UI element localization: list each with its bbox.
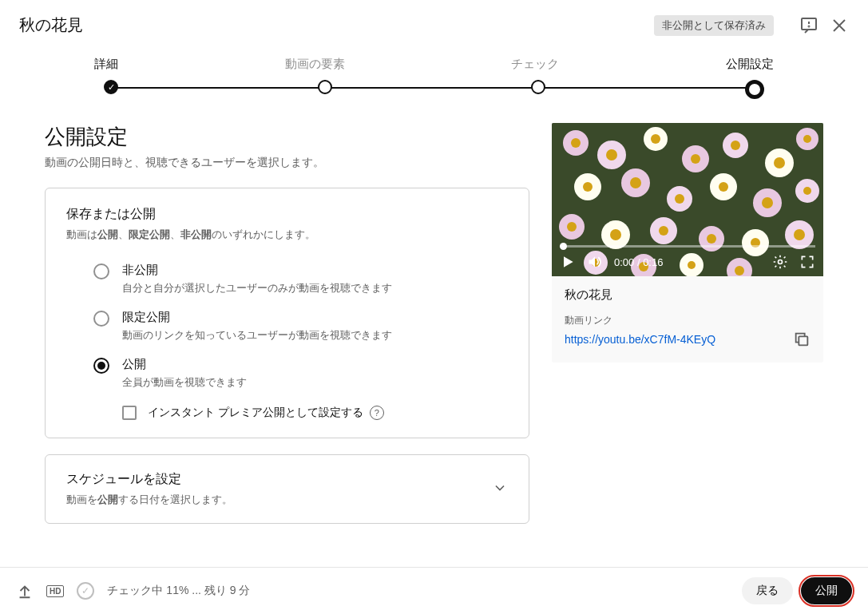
svg-point-35	[610, 229, 621, 240]
step-dot-visibility[interactable]	[745, 80, 764, 99]
instant-premiere-checkbox[interactable]	[122, 406, 137, 420]
help-icon[interactable]: ?	[370, 406, 384, 420]
svg-point-17	[774, 157, 785, 168]
radio-icon	[93, 358, 109, 374]
save-or-publish-card: 保存または公開 動画は公開、限定公開、非公開のいずれかにします。 非公開 自分と…	[45, 188, 529, 438]
radio-icon	[93, 311, 109, 327]
svg-point-7	[571, 138, 581, 148]
preview-info: 秋の花見 動画リンク https://youtu.be/xC7fM-4KEyQ	[552, 276, 823, 362]
schedule-title: スケジュールを設定	[66, 471, 232, 488]
back-button[interactable]: 戻る	[742, 577, 793, 604]
svg-point-9	[606, 149, 617, 160]
svg-point-43	[794, 229, 805, 240]
svg-point-33	[567, 222, 577, 232]
settings-icon[interactable]	[772, 254, 788, 270]
page-title: 公開設定	[45, 123, 529, 151]
copy-icon[interactable]	[793, 331, 811, 348]
dialog-title: 秋の花見	[19, 14, 654, 36]
volume-icon[interactable]	[587, 254, 603, 270]
step-label-checks[interactable]: チェック	[511, 57, 559, 72]
footer-status-text: チェック中 11% ... 残り 9 分	[107, 584, 250, 598]
svg-point-37	[659, 226, 668, 236]
step-dot-elements[interactable]	[318, 80, 332, 94]
video-controls: 0:00 / 0:16	[552, 248, 823, 276]
right-column: 0:00 / 0:16 秋の花見 動画リンク https://youtu.be/…	[552, 123, 823, 567]
saved-status-badge: 非公開として保存済み	[654, 15, 774, 36]
save-card-title: 保存または公開	[66, 206, 508, 223]
radio-icon	[93, 263, 109, 279]
upload-dialog: 秋の花見 非公開として保存済み 詳細 動画の要素 チェック 公開設定 公	[0, 0, 868, 614]
svg-point-54	[779, 260, 783, 264]
play-icon[interactable]	[560, 254, 576, 270]
schedule-subtitle: 動画を公開する日付を選択します。	[66, 493, 232, 507]
svg-point-39	[707, 234, 716, 244]
check-progress-icon: ✓	[77, 582, 94, 600]
svg-point-19	[803, 135, 811, 143]
instant-premiere-label: インスタント プレミア公開として設定する	[148, 406, 363, 420]
svg-point-25	[675, 194, 684, 204]
video-link-label: 動画リンク	[565, 314, 811, 327]
svg-marker-52	[564, 256, 573, 267]
svg-point-29	[762, 197, 773, 208]
video-link[interactable]: https://youtu.be/xC7fM-4KEyQ	[565, 333, 715, 346]
visibility-radio-group: 非公開 自分と自分が選択したユーザーのみが動画を視聴できます 限定公開 動画のリ…	[66, 256, 508, 420]
radio-public-desc: 全員が動画を視聴できます	[122, 375, 508, 390]
step-label-visibility[interactable]: 公開設定	[726, 57, 774, 72]
svg-point-21	[583, 182, 593, 192]
step-dot-checks[interactable]	[531, 80, 545, 94]
radio-private-desc: 自分と自分が選択したユーザーのみが動画を視聴できます	[122, 281, 508, 295]
radio-public-title: 公開	[122, 357, 508, 372]
footer-status-area: HD ✓ チェック中 11% ... 残り 9 分	[16, 582, 250, 600]
publish-button[interactable]: 公開	[801, 577, 852, 604]
dialog-content: 公開設定 動画の公開日時と、視聴できるユーザーを選択します。 保存または公開 動…	[0, 104, 868, 567]
step-dot-details[interactable]	[104, 80, 118, 94]
radio-private[interactable]: 非公開 自分と自分が選択したユーザーのみが動画を視聴できます	[66, 256, 508, 303]
radio-private-title: 非公開	[122, 263, 508, 278]
radio-unlisted[interactable]: 限定公開 動画のリンクを知っているユーザーが動画を視聴できます	[66, 303, 508, 351]
hd-badge: HD	[46, 585, 64, 597]
dialog-footer: HD ✓ チェック中 11% ... 残り 9 分 戻る 公開	[0, 567, 868, 614]
page-subtitle: 動画の公開日時と、視聴できるユーザーを選択します。	[45, 156, 529, 170]
svg-point-31	[803, 187, 811, 195]
svg-rect-55	[799, 336, 807, 345]
svg-point-13	[691, 154, 700, 164]
video-thumbnail[interactable]: 0:00 / 0:16	[552, 123, 823, 276]
radio-unlisted-desc: 動画のリンクを知っているユーザーが動画を視聴できます	[122, 328, 508, 343]
instant-premiere-row: インスタント プレミア公開として設定する ?	[66, 406, 508, 420]
svg-point-23	[630, 177, 641, 188]
chevron-down-icon	[492, 480, 508, 499]
radio-public[interactable]: 公開 全員が動画を視聴できます	[66, 351, 508, 398]
svg-point-11	[651, 134, 660, 144]
video-time: 0:00 / 0:16	[614, 256, 663, 268]
preview-video-title: 秋の花見	[565, 287, 811, 303]
step-label-details[interactable]: 詳細	[94, 57, 118, 72]
fullscreen-icon[interactable]	[799, 254, 815, 270]
svg-marker-53	[589, 256, 596, 267]
save-card-subtitle: 動画は公開、限定公開、非公開のいずれかにします。	[66, 228, 508, 242]
schedule-card[interactable]: スケジュールを設定 動画を公開する日付を選択します。	[45, 454, 529, 524]
svg-point-15	[731, 141, 740, 150]
stepper: 詳細 動画の要素 チェック 公開設定	[0, 47, 868, 104]
dialog-header: 秋の花見 非公開として保存済み	[0, 0, 868, 47]
close-icon[interactable]	[830, 16, 849, 35]
radio-unlisted-title: 限定公開	[122, 310, 508, 325]
svg-point-2	[809, 26, 810, 26]
step-label-elements[interactable]: 動画の要素	[285, 57, 345, 72]
video-preview: 0:00 / 0:16 秋の花見 動画リンク https://youtu.be/…	[552, 123, 823, 362]
upload-icon	[16, 582, 34, 600]
left-column: 公開設定 動画の公開日時と、視聴できるユーザーを選択します。 保存または公開 動…	[45, 123, 529, 567]
feedback-icon[interactable]	[799, 16, 818, 35]
svg-point-27	[719, 182, 728, 192]
